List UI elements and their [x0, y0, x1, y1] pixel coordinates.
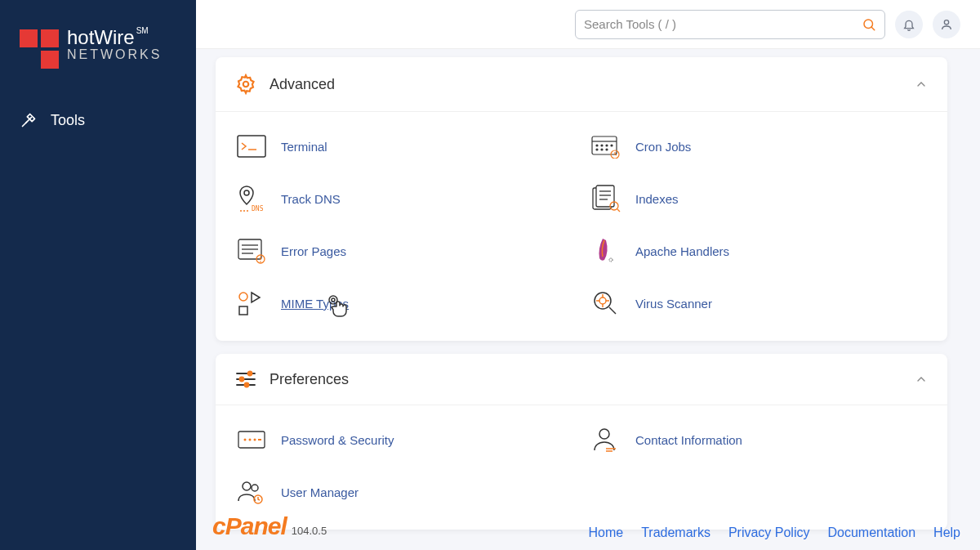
dns-pin-icon: DNS: [235, 182, 268, 215]
svg-point-31: [609, 258, 612, 262]
svg-point-48: [245, 383, 249, 387]
tile-password-security[interactable]: Password & Security: [235, 422, 573, 458]
panel-header-preferences[interactable]: Preferences: [216, 354, 947, 405]
logo-text: hotWireSM NETWORKS: [67, 26, 162, 62]
tile-label: Virus Scanner: [635, 297, 712, 311]
svg-rect-33: [239, 306, 247, 315]
tile-label: Error Pages: [281, 244, 346, 258]
svg-point-51: [249, 439, 252, 441]
panel-title: Preferences: [270, 371, 349, 388]
brand-logo: hotWireSM NETWORKS: [0, 26, 196, 101]
search-input[interactable]: [584, 17, 862, 31]
tile-label: Password & Security: [281, 433, 394, 447]
tile-label: Contact Information: [635, 433, 742, 447]
mime-icon: [235, 287, 268, 320]
tile-label: User Manager: [281, 485, 359, 499]
svg-point-8: [606, 145, 608, 146]
footer: cPanel 104.0.5 Home Trademarks Privacy P…: [212, 512, 960, 540]
svg-point-52: [254, 439, 256, 441]
svg-text:DNS: DNS: [252, 205, 264, 212]
footer-link-home[interactable]: Home: [588, 525, 623, 540]
svg-line-42: [609, 307, 616, 314]
user-manager-icon: [235, 476, 268, 508]
tile-apache-handlers[interactable]: Apache Handlers: [590, 233, 928, 269]
svg-point-10: [596, 149, 598, 150]
chevron-up-icon[interactable]: [915, 373, 928, 386]
svg-point-2: [243, 82, 249, 87]
tile-indexes[interactable]: Indexes: [590, 181, 928, 217]
calendar-icon: [590, 130, 622, 163]
tile-label: Track DNS: [281, 192, 341, 206]
search-container[interactable]: [575, 10, 885, 39]
gear-icon: [235, 74, 256, 95]
password-icon: [235, 423, 268, 456]
footer-link-privacy[interactable]: Privacy Policy: [728, 525, 810, 540]
search-icon[interactable]: [862, 17, 876, 32]
sidebar: hotWireSM NETWORKS Tools: [0, 0, 196, 550]
svg-point-35: [332, 298, 335, 302]
svg-point-30: [260, 261, 261, 262]
main: Advanced Terminal: [196, 0, 980, 550]
cursor-pointer-icon: [327, 295, 350, 320]
tile-track-dns[interactable]: DNS Track DNS: [235, 181, 573, 217]
tile-label: Terminal: [281, 140, 327, 154]
footer-link-trademarks[interactable]: Trademarks: [641, 525, 710, 540]
svg-point-1: [944, 20, 948, 24]
footer-link-help[interactable]: Help: [933, 525, 960, 540]
tile-virus-scanner[interactable]: Virus Scanner: [590, 285, 928, 321]
svg-point-11: [601, 149, 603, 150]
svg-rect-3: [238, 136, 265, 157]
brand-name: hotWire: [67, 26, 135, 48]
svg-point-9: [611, 145, 612, 146]
svg-point-58: [252, 485, 258, 491]
brand-sm: SM: [136, 26, 149, 35]
panel-header-advanced[interactable]: Advanced: [216, 57, 947, 111]
svg-point-32: [239, 293, 247, 301]
svg-point-37: [599, 297, 606, 304]
tools-icon: [20, 111, 38, 129]
brand-sub: NETWORKS: [67, 47, 162, 62]
svg-point-6: [596, 145, 598, 146]
contact-icon: [590, 423, 622, 456]
svg-point-46: [240, 378, 244, 382]
panel-preferences: Preferences Password & Security: [216, 354, 947, 530]
user-icon: [940, 18, 953, 31]
svg-point-12: [606, 149, 608, 150]
chevron-up-icon[interactable]: [915, 78, 928, 91]
product-brand: cPanel 104.0.5: [212, 512, 327, 540]
notifications-button[interactable]: [895, 11, 923, 38]
footer-link-documentation[interactable]: Documentation: [827, 525, 915, 540]
content-area: Advanced Terminal: [196, 49, 980, 550]
tile-contact-information[interactable]: Contact Information: [590, 422, 928, 458]
sliders-icon: [235, 370, 256, 388]
cpanel-version: 104.0.5: [292, 525, 327, 537]
svg-line-23: [617, 209, 620, 212]
cpanel-logo: cPanel: [212, 512, 287, 540]
tile-label: Cron Jobs: [635, 140, 691, 154]
tile-mime-types[interactable]: MIME Types: [235, 285, 573, 321]
error-page-icon: [235, 235, 268, 267]
tile-error-pages[interactable]: Error Pages: [235, 233, 573, 269]
panel-title: Advanced: [270, 76, 335, 93]
svg-point-7: [601, 145, 603, 146]
tile-label: Apache Handlers: [635, 244, 729, 258]
sidebar-item-label: Tools: [51, 112, 85, 129]
tile-user-manager[interactable]: User Manager: [235, 474, 573, 510]
svg-point-14: [244, 190, 249, 195]
svg-point-44: [248, 372, 252, 376]
panel-advanced: Advanced Terminal: [216, 57, 947, 341]
terminal-icon: [235, 130, 268, 163]
footer-links: Home Trademarks Privacy Policy Documenta…: [588, 525, 960, 540]
topbar: [196, 0, 980, 49]
svg-point-50: [244, 439, 247, 441]
indexes-icon: [590, 182, 622, 215]
tile-cron-jobs[interactable]: Cron Jobs: [590, 128, 928, 164]
account-button[interactable]: [933, 11, 960, 38]
apache-icon: [590, 235, 622, 267]
logo-mark: [20, 29, 59, 69]
sidebar-item-tools[interactable]: Tools: [0, 101, 196, 139]
tile-terminal[interactable]: Terminal: [235, 128, 573, 164]
svg-point-54: [599, 429, 609, 439]
tile-label: Indexes: [635, 192, 679, 206]
bell-icon: [902, 18, 915, 31]
